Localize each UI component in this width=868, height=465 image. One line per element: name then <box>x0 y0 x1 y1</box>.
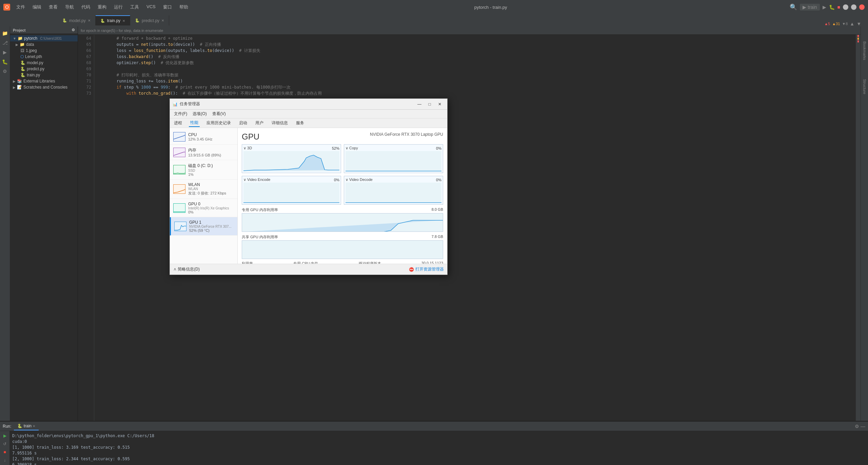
project-tree: ▼ 📁 pytorch C:\Users\1831 ▶ 📁 data 🖼 1.j… <box>10 34 78 92</box>
chevron-down-icon[interactable]: ▼ <box>856 21 861 26</box>
git-icon[interactable]: ⎇ <box>1 39 9 47</box>
rerun-button[interactable]: ↺ <box>1 441 8 447</box>
tab-train[interactable]: 🐍 train.py ✕ <box>96 15 130 25</box>
jpeg-label: 1.jpeg <box>26 48 37 53</box>
chevron-up-icon[interactable]: ▲ <box>850 21 854 26</box>
tm-sidebar-cpu[interactable]: CPU 12% 3.45 GHz <box>170 129 237 145</box>
menu-vcs[interactable]: VCS <box>143 3 159 12</box>
tm-close-button[interactable]: ✕ <box>435 100 445 108</box>
tm-tab-details[interactable]: 详细信息 <box>270 119 289 127</box>
tm-tab-performance[interactable]: 性能 <box>189 119 200 127</box>
tab-close-model[interactable]: ✕ <box>88 19 91 22</box>
tm-minimize-button[interactable]: — <box>415 100 424 108</box>
file-jpeg[interactable]: 🖼 1.jpeg <box>10 48 78 54</box>
ln-73: 73 <box>78 90 91 96</box>
ln-69: 69 <box>78 66 91 72</box>
train-icon: 🐍 <box>20 73 25 77</box>
tm-tab-app-history[interactable]: 应用历史记录 <box>205 119 232 127</box>
settings-icon[interactable]: ⚙ <box>1 67 9 75</box>
ln-67: 67 <box>78 54 91 60</box>
tm-graph-copy-pct: 0% <box>436 146 441 150</box>
tm-vram-dedicated-size: 8.0 GB <box>432 207 443 212</box>
close-button[interactable] <box>859 4 865 10</box>
tm-tab-startup[interactable]: 启动 <box>238 119 249 127</box>
run-tab-close[interactable]: ✕ <box>33 424 35 428</box>
menu-refactor[interactable]: 重构 <box>94 3 110 12</box>
tab-model[interactable]: 🐍 model.py ✕ <box>58 15 96 25</box>
file-predict[interactable]: 🐍 predict.py <box>10 66 78 72</box>
title-bar: ⬡ 文件 编辑 查看 导航 代码 重构 运行 工具 VCS 窗口 帮助 pyto… <box>0 0 868 14</box>
tab-close-predict[interactable]: ✕ <box>161 19 164 22</box>
project-icon[interactable]: 📁 <box>1 29 9 37</box>
tm-gpu1-row: GPU 1 NVIDIA GeForce RTX 307... 52% (59 … <box>174 220 234 232</box>
tm-menu-options[interactable]: 选项(O) <box>190 110 209 117</box>
tab-close-train[interactable]: ✕ <box>122 19 125 23</box>
tm-disk-row: 磁盘 0 (C: D:) SSD 1% <box>173 163 234 176</box>
expand-data-icon: ▶ <box>16 43 18 46</box>
menu-code[interactable]: 代码 <box>78 3 94 12</box>
minimize-button[interactable] <box>843 4 848 10</box>
structure-label[interactable]: Structure <box>861 78 868 96</box>
tm-menu-view[interactable]: 查看(V) <box>210 110 229 117</box>
run-start-button[interactable]: ▶ <box>1 432 8 439</box>
run-icon[interactable]: ▶ <box>823 4 826 10</box>
file-train[interactable]: 🐍 train.py <box>10 72 78 78</box>
menu-view[interactable]: 查看 <box>45 3 61 12</box>
settings-run-icon[interactable]: ⚙ <box>855 424 859 429</box>
tm-tab-services[interactable]: 服务 <box>295 119 305 127</box>
tm-simple-info-label: 简略信息(D) <box>178 267 200 272</box>
scratches-consoles[interactable]: ▶ 📝 Scratches and Consoles <box>10 84 78 90</box>
tm-graph-3d: ∨ 3D 52% <box>242 144 341 173</box>
menu-help[interactable]: 帮助 <box>176 3 192 12</box>
scroll-run-button[interactable]: ↓ <box>1 457 8 464</box>
run-stop-button[interactable]: ■ <box>1 449 8 455</box>
run-tab-train[interactable]: 🐍 train ✕ <box>14 422 39 430</box>
stop-icon[interactable]: ■ <box>837 4 840 10</box>
file-model[interactable]: 🐍 model.py <box>10 60 78 66</box>
code-line-68: optimizer.step() # 优化器更新参数 <box>97 60 853 66</box>
run-config[interactable]: ▶ train <box>800 4 820 11</box>
tm-sidebar-wlan[interactable]: WLAN WLAN 发送: 0 接收: 272 Kbps <box>170 180 237 199</box>
tab-predict[interactable]: 🐍 predict.py ✕ <box>130 15 169 25</box>
file-lenet[interactable]: ⬡ Lenet.pth <box>10 54 78 60</box>
project-name: pytorch <box>24 36 37 41</box>
error-count: ▲5 <box>824 22 830 26</box>
menu-edit[interactable]: 编辑 <box>29 3 45 12</box>
wlan-sub: WLAN <box>188 187 234 191</box>
tm-tab-process[interactable]: 进程 <box>173 119 183 127</box>
search-icon[interactable]: 🔍 <box>790 3 797 11</box>
menu-run[interactable]: 运行 <box>111 3 126 12</box>
menu-navigate[interactable]: 导航 <box>62 3 77 12</box>
bookmarks-label[interactable]: Bookmarks <box>861 40 868 61</box>
tm-menu-file[interactable]: 文件(F) <box>171 110 190 117</box>
disk-info: 磁盘 0 (C: D:) SSD 1% <box>188 163 234 176</box>
tm-sidebar-gpu0[interactable]: GPU 0 Intel(R) Iris(R) Xe Graphics 0% <box>170 199 237 217</box>
sidebar-icons: 📁 ⎇ ▶ 🐛 ⚙ <box>0 26 10 421</box>
expand-run-icon[interactable]: — <box>861 424 865 429</box>
run-side-icon[interactable]: ▶ <box>1 48 9 56</box>
project-settings-icon[interactable]: ⚙ <box>72 28 75 32</box>
debug-icon[interactable]: 🐛 <box>829 4 835 10</box>
memory-name: 内存 <box>188 147 234 153</box>
tm-open-resource-monitor[interactable]: ⛔ 打开资源管理器 <box>409 266 444 272</box>
project-root[interactable]: ▼ 📁 pytorch C:\Users\1831 <box>10 35 78 41</box>
jpeg-icon: 🖼 <box>20 48 24 53</box>
tm-maximize-button[interactable]: □ <box>425 100 434 108</box>
menu-file[interactable]: 文件 <box>13 3 28 12</box>
cpu-graph-icon <box>173 132 185 142</box>
menu-window[interactable]: 窗口 <box>160 3 175 12</box>
tm-simple-info-button[interactable]: ∧ 简略信息(D) <box>173 266 200 272</box>
tm-sidebar-gpu1[interactable]: GPU 1 NVIDIA GeForce RTX 307... 52% (59 … <box>170 217 237 236</box>
lenet-label: Lenet.pth <box>25 54 42 59</box>
ext-folder-icon: 📚 <box>17 79 22 83</box>
project-header: Project ⚙ <box>10 26 78 34</box>
tm-sidebar-disk[interactable]: 磁盘 0 (C: D:) SSD 1% <box>170 160 237 180</box>
menu-tools[interactable]: 工具 <box>127 3 142 12</box>
external-libraries[interactable]: ▶ 📚 External Libraries <box>10 78 78 84</box>
debug-side-icon[interactable]: 🐛 <box>1 58 9 66</box>
tm-tab-users[interactable]: 用户 <box>254 119 265 127</box>
run-line-4: [2, 1000] train_loss: 2.344 test_accurac… <box>12 456 865 462</box>
maximize-button[interactable] <box>851 4 856 10</box>
tm-sidebar-memory[interactable]: 内存 13.9/15.6 GB (89%) <box>170 145 237 160</box>
data-folder[interactable]: ▶ 📁 data <box>10 41 78 48</box>
